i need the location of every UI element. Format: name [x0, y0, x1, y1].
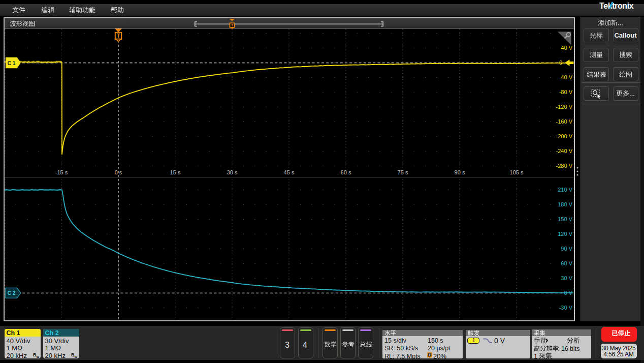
- svg-text:0 V: 0 V: [564, 290, 572, 296]
- svg-text:60 s: 60 s: [341, 169, 351, 175]
- svg-text:T: T: [117, 33, 120, 39]
- svg-text:210 V: 210 V: [558, 187, 572, 193]
- svg-text:180 V: 180 V: [558, 201, 572, 207]
- svg-text:-15 s: -15 s: [55, 169, 68, 175]
- svg-text:15 s: 15 s: [170, 169, 181, 175]
- svg-text:30 s: 30 s: [227, 169, 238, 175]
- svg-text:-280 V: -280 V: [556, 163, 573, 169]
- svg-text:T: T: [231, 23, 234, 27]
- svg-text:-30 V: -30 V: [559, 305, 573, 311]
- svg-text:Tektronix: Tektronix: [599, 2, 634, 10]
- svg-text:60 V: 60 V: [561, 260, 572, 266]
- svg-text:-80 V: -80 V: [559, 89, 573, 95]
- svg-text:-40 V: -40 V: [559, 74, 573, 80]
- svg-text:45 s: 45 s: [284, 169, 295, 175]
- svg-text:105 s: 105 s: [510, 169, 524, 175]
- svg-text:0: 0: [559, 59, 562, 66]
- svg-text:150 V: 150 V: [558, 216, 572, 222]
- svg-text:-240 V: -240 V: [556, 148, 573, 154]
- svg-text:40 V: 40 V: [561, 45, 572, 51]
- svg-text:C 2: C 2: [8, 290, 16, 296]
- svg-text:75 s: 75 s: [398, 169, 408, 175]
- svg-text:-160 V: -160 V: [556, 118, 573, 125]
- svg-text:90 V: 90 V: [561, 246, 572, 252]
- svg-text:-120 V: -120 V: [556, 104, 573, 110]
- svg-text:-200 V: -200 V: [556, 133, 573, 139]
- svg-text:120 V: 120 V: [558, 231, 572, 237]
- svg-text:90 s: 90 s: [455, 169, 465, 175]
- svg-text:30 V: 30 V: [561, 275, 572, 281]
- svg-text:C 1: C 1: [8, 60, 16, 66]
